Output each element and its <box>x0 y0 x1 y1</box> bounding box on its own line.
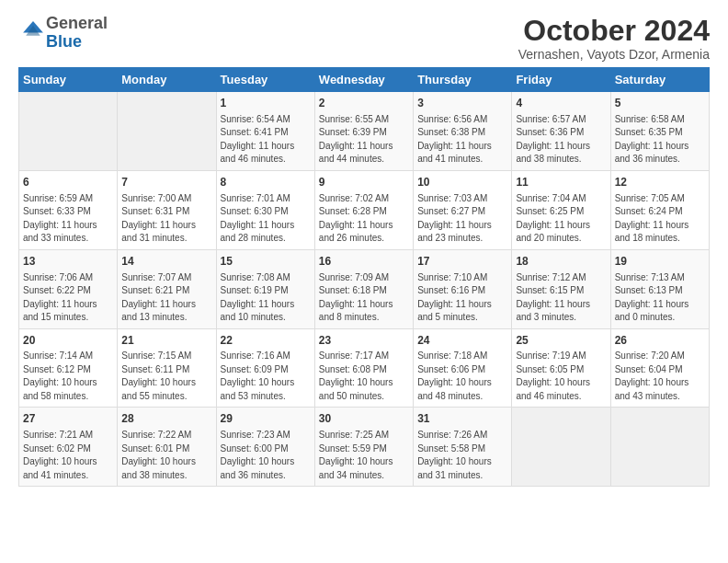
calendar-cell <box>118 92 216 171</box>
calendar-cell: 18Sunrise: 7:12 AMSunset: 6:15 PMDayligh… <box>512 249 610 328</box>
calendar-cell: 22Sunrise: 7:16 AMSunset: 6:09 PMDayligh… <box>216 328 314 408</box>
calendar-cell: 13Sunrise: 7:06 AMSunset: 6:22 PMDayligh… <box>19 249 118 328</box>
calendar-cell: 6Sunrise: 6:59 AMSunset: 6:33 PMDaylight… <box>19 170 118 249</box>
calendar-week-row: 20Sunrise: 7:14 AMSunset: 6:12 PMDayligh… <box>19 328 710 408</box>
day-number: 22 <box>221 333 311 349</box>
day-info: Sunrise: 6:54 AMSunset: 6:41 PMDaylight:… <box>221 113 311 167</box>
day-of-week-header: Saturday <box>610 68 709 92</box>
day-number: 7 <box>121 175 211 190</box>
day-of-week-header: Thursday <box>414 68 512 92</box>
day-number: 15 <box>221 254 311 270</box>
day-number: 26 <box>615 333 705 349</box>
day-info: Sunrise: 7:23 AMSunset: 6:00 PMDaylight:… <box>221 429 311 482</box>
day-info: Sunrise: 6:59 AMSunset: 6:33 PMDaylight:… <box>23 192 113 246</box>
day-info: Sunrise: 7:15 AMSunset: 6:11 PMDaylight:… <box>121 350 211 403</box>
calendar-cell <box>610 408 709 487</box>
day-info: Sunrise: 7:03 AMSunset: 6:27 PMDaylight:… <box>417 192 507 246</box>
day-info: Sunrise: 6:55 AMSunset: 6:39 PMDaylight:… <box>319 113 409 167</box>
calendar-week-row: 1Sunrise: 6:54 AMSunset: 6:41 PMDaylight… <box>19 92 710 171</box>
day-info: Sunrise: 6:58 AMSunset: 6:35 PMDaylight:… <box>615 113 705 167</box>
day-info: Sunrise: 7:18 AMSunset: 6:06 PMDaylight:… <box>417 350 507 403</box>
calendar-cell: 14Sunrise: 7:07 AMSunset: 6:21 PMDayligh… <box>118 249 216 328</box>
calendar-week-row: 6Sunrise: 6:59 AMSunset: 6:33 PMDaylight… <box>19 170 710 249</box>
calendar-cell: 3Sunrise: 6:56 AMSunset: 6:38 PMDaylight… <box>414 92 512 171</box>
day-info: Sunrise: 7:06 AMSunset: 6:22 PMDaylight:… <box>23 271 113 325</box>
day-of-week-header: Wednesday <box>314 68 413 92</box>
calendar-cell: 10Sunrise: 7:03 AMSunset: 6:27 PMDayligh… <box>414 170 512 249</box>
day-info: Sunrise: 7:08 AMSunset: 6:19 PMDaylight:… <box>221 271 311 325</box>
calendar-cell: 28Sunrise: 7:22 AMSunset: 6:01 PMDayligh… <box>118 408 216 487</box>
day-number: 16 <box>319 254 409 270</box>
calendar-cell: 15Sunrise: 7:08 AMSunset: 6:19 PMDayligh… <box>216 249 314 328</box>
calendar-week-row: 27Sunrise: 7:21 AMSunset: 6:02 PMDayligh… <box>19 408 710 487</box>
day-number: 10 <box>417 175 507 190</box>
day-number: 5 <box>615 96 705 111</box>
page: General Blue October 2024 Vernashen, Vay… <box>0 0 728 563</box>
calendar-cell: 31Sunrise: 7:26 AMSunset: 5:58 PMDayligh… <box>414 408 512 487</box>
day-number: 20 <box>23 333 113 349</box>
day-info: Sunrise: 7:04 AMSunset: 6:25 PMDaylight:… <box>516 192 606 246</box>
calendar-cell: 2Sunrise: 6:55 AMSunset: 6:39 PMDaylight… <box>314 92 413 171</box>
day-number: 19 <box>615 254 705 270</box>
calendar-cell: 4Sunrise: 6:57 AMSunset: 6:36 PMDaylight… <box>512 92 610 171</box>
day-number: 21 <box>121 333 211 349</box>
calendar-cell: 21Sunrise: 7:15 AMSunset: 6:11 PMDayligh… <box>118 328 216 408</box>
day-number: 13 <box>23 254 113 270</box>
calendar-cell: 12Sunrise: 7:05 AMSunset: 6:24 PMDayligh… <box>610 170 709 249</box>
day-info: Sunrise: 6:57 AMSunset: 6:36 PMDaylight:… <box>516 113 606 167</box>
day-number: 8 <box>221 175 311 190</box>
day-number: 4 <box>516 96 606 111</box>
calendar-cell: 20Sunrise: 7:14 AMSunset: 6:12 PMDayligh… <box>19 328 118 408</box>
calendar-cell: 25Sunrise: 7:19 AMSunset: 6:05 PMDayligh… <box>512 328 610 408</box>
logo: General Blue <box>18 15 108 52</box>
day-info: Sunrise: 7:14 AMSunset: 6:12 PMDaylight:… <box>23 350 113 403</box>
day-number: 29 <box>221 411 311 427</box>
day-number: 30 <box>319 411 409 427</box>
day-info: Sunrise: 7:12 AMSunset: 6:15 PMDaylight:… <box>516 271 606 325</box>
day-info: Sunrise: 7:16 AMSunset: 6:09 PMDaylight:… <box>221 350 311 403</box>
calendar-cell: 8Sunrise: 7:01 AMSunset: 6:30 PMDaylight… <box>216 170 314 249</box>
day-info: Sunrise: 7:09 AMSunset: 6:18 PMDaylight:… <box>319 271 409 325</box>
header-row: SundayMondayTuesdayWednesdayThursdayFrid… <box>19 68 710 92</box>
day-of-week-header: Tuesday <box>216 68 314 92</box>
day-number: 11 <box>516 175 606 190</box>
calendar-cell: 1Sunrise: 6:54 AMSunset: 6:41 PMDaylight… <box>216 92 314 171</box>
day-info: Sunrise: 7:19 AMSunset: 6:05 PMDaylight:… <box>516 350 606 403</box>
day-info: Sunrise: 7:21 AMSunset: 6:02 PMDaylight:… <box>23 429 113 482</box>
logo-general: General <box>46 14 108 32</box>
day-info: Sunrise: 7:00 AMSunset: 6:31 PMDaylight:… <box>121 192 211 246</box>
calendar-cell: 23Sunrise: 7:17 AMSunset: 6:08 PMDayligh… <box>314 328 413 408</box>
month-title: October 2024 <box>518 15 710 47</box>
day-info: Sunrise: 7:01 AMSunset: 6:30 PMDaylight:… <box>221 192 311 246</box>
day-info: Sunrise: 7:05 AMSunset: 6:24 PMDaylight:… <box>615 192 705 246</box>
day-of-week-header: Monday <box>118 68 216 92</box>
day-info: Sunrise: 7:25 AMSunset: 5:59 PMDaylight:… <box>319 429 409 482</box>
day-number: 28 <box>121 411 211 427</box>
calendar-week-row: 13Sunrise: 7:06 AMSunset: 6:22 PMDayligh… <box>19 249 710 328</box>
day-number: 18 <box>516 254 606 270</box>
day-info: Sunrise: 7:22 AMSunset: 6:01 PMDaylight:… <box>121 429 211 482</box>
day-number: 14 <box>121 254 211 270</box>
day-number: 3 <box>417 96 507 111</box>
calendar-cell: 29Sunrise: 7:23 AMSunset: 6:00 PMDayligh… <box>216 408 314 487</box>
calendar-cell: 19Sunrise: 7:13 AMSunset: 6:13 PMDayligh… <box>610 249 709 328</box>
logo-blue: Blue <box>46 32 82 51</box>
day-number: 12 <box>615 175 705 190</box>
day-info: Sunrise: 6:56 AMSunset: 6:38 PMDaylight:… <box>417 113 507 167</box>
day-number: 25 <box>516 333 606 349</box>
day-info: Sunrise: 7:17 AMSunset: 6:08 PMDaylight:… <box>319 350 409 403</box>
day-info: Sunrise: 7:13 AMSunset: 6:13 PMDaylight:… <box>615 271 705 325</box>
calendar-cell: 24Sunrise: 7:18 AMSunset: 6:06 PMDayligh… <box>414 328 512 408</box>
day-number: 6 <box>23 175 113 190</box>
calendar-cell: 9Sunrise: 7:02 AMSunset: 6:28 PMDaylight… <box>314 170 413 249</box>
header: General Blue October 2024 Vernashen, Vay… <box>18 15 710 62</box>
title-section: October 2024 Vernashen, Vayots Dzor, Arm… <box>518 15 710 62</box>
day-info: Sunrise: 7:10 AMSunset: 6:16 PMDaylight:… <box>417 271 507 325</box>
day-info: Sunrise: 7:02 AMSunset: 6:28 PMDaylight:… <box>319 192 409 246</box>
calendar-cell: 27Sunrise: 7:21 AMSunset: 6:02 PMDayligh… <box>19 408 118 487</box>
day-of-week-header: Sunday <box>19 68 118 92</box>
day-of-week-header: Friday <box>512 68 610 92</box>
day-info: Sunrise: 7:20 AMSunset: 6:04 PMDaylight:… <box>615 350 705 403</box>
calendar-cell: 7Sunrise: 7:00 AMSunset: 6:31 PMDaylight… <box>118 170 216 249</box>
day-number: 17 <box>417 254 507 270</box>
